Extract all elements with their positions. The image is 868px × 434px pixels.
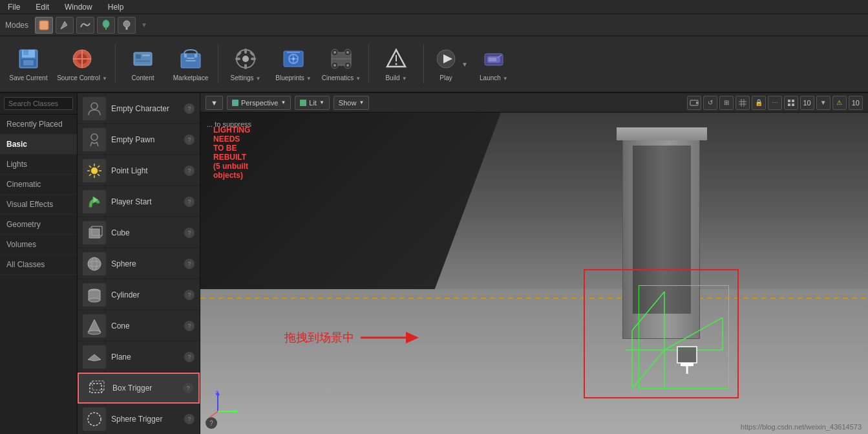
list-item-plane[interactable]: Plane ?: [78, 342, 200, 373]
warning-container: LIGHTING NEEDS TO BE REBUILT (5 unbuilt …: [207, 119, 251, 128]
svg-point-49: [396, 63, 397, 65]
menu-window[interactable]: Window: [62, 1, 95, 13]
help-button[interactable]: ?: [206, 417, 217, 429]
sphere-info[interactable]: ?: [184, 259, 195, 269]
menu-help[interactable]: Help: [105, 1, 127, 13]
build-button[interactable]: Build ▼: [373, 39, 419, 89]
source-control-arrow: ▼: [102, 76, 107, 81]
cylinder-info[interactable]: ?: [184, 290, 195, 300]
modes-bar: Modes ▼: [0, 14, 868, 36]
plane-icon: [83, 345, 106, 369]
grid-ctrl-btn[interactable]: [736, 96, 750, 110]
maximize-ctrl-btn[interactable]: ⊞: [719, 96, 734, 110]
category-basic[interactable]: Basic: [0, 135, 77, 155]
list-item-cube[interactable]: Cube ?: [78, 217, 200, 248]
svg-text:Z: Z: [215, 390, 218, 395]
category-volumes[interactable]: Volumes: [0, 235, 77, 255]
category-recently-placed[interactable]: Recently Placed: [0, 114, 77, 135]
mode-foliage-btn[interactable]: [97, 17, 115, 34]
svg-line-109: [210, 411, 218, 417]
mode-brush-btn[interactable]: [118, 17, 136, 34]
point-light-info[interactable]: ?: [184, 166, 195, 176]
category-geometry[interactable]: Geometry: [0, 215, 77, 235]
mode-landscape-btn[interactable]: [76, 17, 94, 34]
plane-name: Plane: [111, 353, 179, 362]
play-button[interactable]: Play: [428, 39, 464, 89]
svg-rect-22: [184, 54, 187, 58]
menu-edit[interactable]: Edit: [33, 1, 52, 13]
cylinder-icon: [83, 283, 106, 307]
viewport-content[interactable]: LIGHTING NEEDS TO BE REBUILT (5 unbuilt …: [200, 113, 868, 434]
content-button[interactable]: Content: [120, 39, 166, 89]
build-icon: [383, 46, 409, 72]
cone-icon: [83, 314, 106, 338]
menu-file[interactable]: File: [5, 1, 23, 13]
list-item-empty-character[interactable]: Empty Character ?: [78, 93, 200, 124]
lit-label: Lit: [309, 99, 317, 107]
annotation-text: 拖拽到场景中: [284, 330, 354, 345]
svg-rect-15: [136, 54, 141, 59]
category-cinematic[interactable]: Cinematic: [0, 175, 77, 195]
angle-snap-value[interactable]: 10: [849, 96, 863, 110]
lit-btn[interactable]: Lit ▼: [295, 96, 330, 110]
viewport-dropdown-btn[interactable]: ▼: [206, 96, 223, 110]
empty-character-icon: [83, 97, 106, 120]
box-trigger-info[interactable]: ?: [183, 383, 193, 393]
blueprints-button[interactable]: Blueprints ▼: [270, 39, 317, 89]
cone-info[interactable]: ?: [184, 321, 195, 331]
launch-button[interactable]: Launch ▼: [471, 39, 517, 89]
show-btn[interactable]: Show ▼: [333, 96, 369, 110]
plane-info[interactable]: ?: [184, 352, 195, 362]
camera-ctrl-btn[interactable]: [687, 96, 701, 110]
sphere-trigger-info[interactable]: ?: [184, 414, 195, 424]
list-item-sphere-trigger[interactable]: Sphere Trigger ?: [78, 404, 200, 434]
category-visual-effects[interactable]: Visual Effects: [0, 195, 77, 215]
list-item-cone[interactable]: Cone ?: [78, 310, 200, 342]
mode-place-btn[interactable]: [35, 17, 53, 34]
warning-ctrl-btn[interactable]: ⚠: [832, 96, 847, 110]
blueprints-arrow: ▼: [306, 76, 312, 81]
lock-ctrl-btn[interactable]: 🔒: [752, 96, 766, 110]
player-start-name: Player Start: [111, 197, 179, 206]
list-item-point-light[interactable]: Point Light ?: [78, 155, 200, 186]
settings-button[interactable]: Settings ▼: [222, 39, 269, 89]
perspective-arrow: ▼: [281, 100, 286, 105]
perspective-btn[interactable]: Perspective ▼: [227, 96, 291, 110]
marketplace-button[interactable]: Marketplace: [167, 39, 214, 89]
list-item-box-trigger[interactable]: Box Trigger ?: [78, 373, 200, 404]
list-item-empty-pawn[interactable]: Empty Pawn ?: [78, 124, 200, 155]
cube-info[interactable]: ?: [184, 228, 195, 238]
mode-paint-btn[interactable]: [56, 17, 74, 34]
empty-pawn-info[interactable]: ?: [184, 135, 195, 145]
category-lights[interactable]: Lights: [0, 155, 77, 175]
grid2-ctrl-btn[interactable]: [784, 96, 798, 110]
refresh-ctrl-btn[interactable]: ↺: [703, 96, 717, 110]
dots-ctrl-btn[interactable]: ⋯: [768, 96, 782, 110]
cube-name: Cube: [111, 228, 179, 237]
empty-character-info[interactable]: ?: [184, 103, 195, 114]
source-control-button[interactable]: Source Control ▼: [53, 39, 111, 89]
show-arrow: ▼: [359, 100, 364, 105]
build-arrow: ▼: [402, 76, 407, 81]
sphere-icon: [83, 252, 106, 276]
source-control-label: Source Control: [57, 74, 100, 82]
save-current-button[interactable]: Save Current: [5, 39, 52, 89]
chevron-down-icon: ▼: [211, 99, 218, 107]
play-icon: [433, 46, 459, 72]
grid-snap-value[interactable]: 10: [800, 96, 814, 110]
category-all-classes[interactable]: All Classes: [0, 255, 77, 275]
svg-point-84: [88, 413, 101, 426]
snap-dropdown-btn[interactable]: ▼: [816, 96, 831, 110]
viewport-toolbar: ▼ Perspective ▼ Lit ▼ Show ▼ ↺: [200, 93, 868, 113]
svg-rect-21: [185, 60, 196, 61]
cinematics-button[interactable]: Cinematics ▼: [318, 39, 365, 89]
list-item-player-start[interactable]: Player Start ?: [78, 186, 200, 217]
player-start-info[interactable]: ?: [184, 197, 195, 207]
list-item-sphere[interactable]: Sphere ?: [78, 248, 200, 279]
svg-text:Y: Y: [235, 410, 238, 415]
box-trigger-scene-icon: T: [671, 340, 703, 379]
list-item-cylinder[interactable]: Cylinder ?: [78, 279, 200, 310]
svg-rect-9: [23, 60, 34, 65]
search-input[interactable]: [4, 97, 73, 110]
marketplace-icon: [178, 46, 204, 72]
